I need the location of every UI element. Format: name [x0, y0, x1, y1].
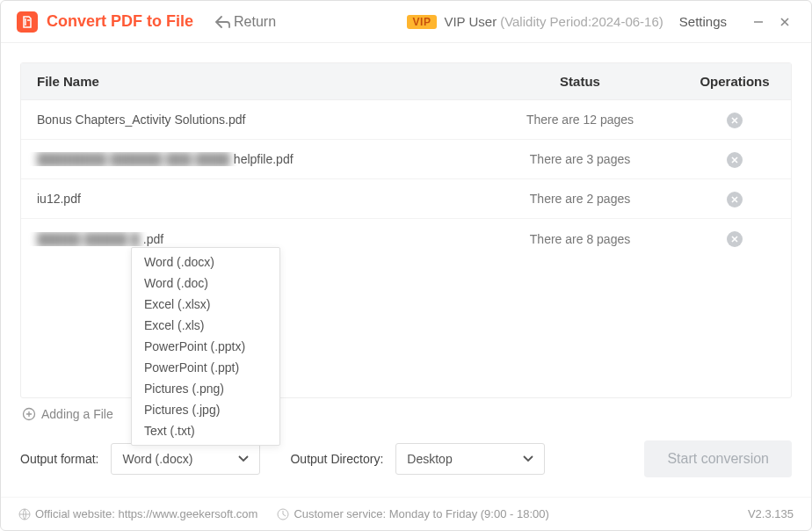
file-ops-cell	[685, 230, 791, 247]
version-label: V2.3.135	[748, 507, 794, 520]
add-file-label: Adding a File	[41, 407, 113, 421]
return-button[interactable]: Return	[214, 14, 276, 30]
dropdown-item[interactable]: PowerPoint (.ppt)	[132, 357, 279, 378]
dropdown-item[interactable]: Pictures (.png)	[132, 378, 279, 399]
file-name: Bonus Chapters_Activity Solutions.pdf	[37, 113, 245, 127]
chevron-down-icon	[238, 455, 249, 462]
vip-user-label: VIP User	[444, 14, 497, 29]
output-directory-select[interactable]: Desktop	[395, 443, 545, 475]
file-status-cell: There are 2 pages	[475, 192, 685, 206]
output-format-select[interactable]: Word (.docx)	[111, 443, 260, 475]
dropdown-item[interactable]: PowerPoint (.pptx)	[132, 336, 279, 357]
header-filename: File Name	[21, 74, 475, 89]
file-name: iu12.pdf	[37, 192, 81, 206]
main-content: File Name Status Operations Bonus Chapte…	[1, 43, 811, 477]
file-ops-cell	[685, 112, 791, 128]
chevron-down-icon	[523, 455, 533, 462]
dropdown-item[interactable]: Excel (.xls)	[132, 315, 279, 336]
file-name-cell: Bonus Chapters_Activity Solutions.pdf	[21, 113, 475, 127]
clock-icon	[277, 508, 289, 520]
start-conversion-button[interactable]: Start conversion	[644, 440, 792, 477]
delete-file-icon[interactable]	[727, 152, 743, 168]
delete-file-icon[interactable]	[727, 192, 743, 207]
close-button[interactable]	[774, 11, 795, 33]
file-name: helpfile.pdf	[234, 152, 294, 166]
settings-button[interactable]: Settings	[679, 14, 727, 29]
official-website-link[interactable]: Official website: https://www.geekersoft…	[35, 507, 257, 520]
delete-file-icon[interactable]	[727, 231, 743, 247]
file-ops-cell	[685, 191, 791, 207]
delete-file-icon[interactable]	[727, 113, 743, 128]
title-bar: Convert PDF to File Return VIP VIP User …	[1, 1, 811, 43]
app-logo-icon	[17, 11, 38, 33]
file-name-cell: █████ █████ █ .pdf	[21, 232, 475, 246]
table-body: Bonus Chapters_Activity Solutions.pdfThe…	[21, 100, 791, 258]
file-status-cell: There are 3 pages	[475, 152, 685, 166]
app-title: Convert PDF to File	[47, 12, 193, 31]
dropdown-item[interactable]: Word (.docx)	[132, 251, 279, 273]
dropdown-item[interactable]: Pictures (.jpg)	[132, 399, 279, 420]
output-format-value: Word (.docx)	[122, 452, 192, 466]
return-label: Return	[234, 14, 276, 30]
file-name-cell: ████████ ██████ ███ ████ helpfile.pdf	[21, 152, 475, 166]
table-header: File Name Status Operations	[21, 63, 791, 100]
file-name-cell: iu12.pdf	[21, 192, 475, 206]
file-name: .pdf	[143, 232, 163, 246]
header-status: Status	[475, 74, 685, 89]
dropdown-item[interactable]: Word (.doc)	[132, 273, 279, 294]
output-format-dropdown: Word (.docx)Word (.doc)Excel (.xlsx)Exce…	[131, 247, 280, 446]
table-row[interactable]: Bonus Chapters_Activity Solutions.pdfThe…	[21, 100, 791, 140]
table-row[interactable]: iu12.pdfThere are 2 pages	[21, 179, 791, 219]
footer: Official website: https://www.geekersoft…	[1, 497, 811, 530]
options-row: Output format: Word (.docx) Output Direc…	[20, 440, 792, 477]
file-status-cell: There are 12 pages	[475, 113, 685, 127]
dropdown-item[interactable]: Excel (.xlsx)	[132, 294, 279, 315]
vip-badge: VIP	[407, 15, 438, 29]
table-row[interactable]: ████████ ██████ ███ ████ helpfile.pdfThe…	[21, 140, 791, 179]
minimize-button[interactable]	[748, 11, 769, 33]
header-operations: Operations	[685, 74, 791, 89]
customer-service-label: Customer service: Monday to Friday (9:00…	[294, 507, 548, 520]
file-status-cell: There are 8 pages	[475, 232, 685, 246]
file-ops-cell	[685, 151, 791, 168]
output-directory-value: Desktop	[407, 452, 452, 466]
globe-icon	[18, 508, 31, 520]
output-format-label: Output format:	[20, 452, 98, 466]
validity-period: (Validity Period:2024-06-16)	[500, 14, 663, 29]
dropdown-item[interactable]: Text (.txt)	[132, 420, 279, 441]
output-directory-label: Output Directory:	[290, 452, 383, 466]
